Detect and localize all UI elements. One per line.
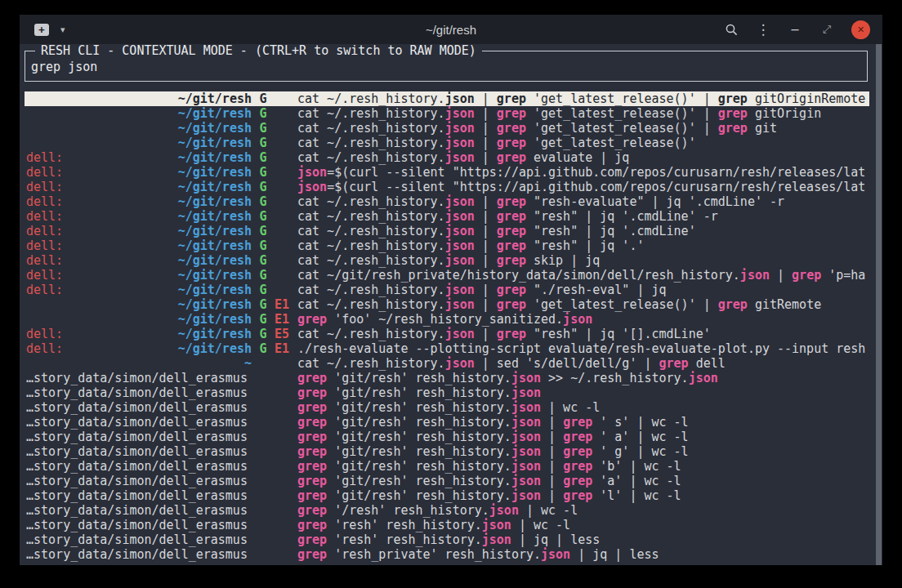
history-row[interactable]: …story_data/simon/dell_erasmusgrep 'resh…: [25, 532, 869, 547]
row-directory: ~/git/resh: [100, 121, 252, 136]
history-row[interactable]: dell:~/git/reshGcat ~/.resh_history.json…: [25, 253, 869, 268]
row-command: grep 'git/resh' resh_history.json | grep…: [297, 444, 869, 459]
history-row[interactable]: dell:~/git/reshGcat ~/.resh_history.json…: [25, 194, 869, 209]
row-flag-git: [252, 488, 275, 503]
row-directory: …story_data/simon/dell_erasmus: [26, 518, 252, 532]
history-row[interactable]: dell:~/git/reshGE5cat ~/.resh_history.js…: [25, 327, 869, 341]
row-flag-git: [252, 385, 275, 400]
history-row[interactable]: ~/git/reshGcat ~/.resh_history.json | gr…: [25, 121, 869, 136]
row-host: dell:: [26, 224, 100, 238]
history-row[interactable]: …story_data/simon/dell_erasmusgrep 'resh…: [25, 518, 869, 532]
close-button[interactable]: ✕: [851, 20, 870, 39]
row-directory: ~/git/resh: [100, 165, 252, 180]
history-row[interactable]: ~/git/reshGE1cat ~/.resh_history.json | …: [25, 297, 869, 312]
row-command: cat ~/.resh_history.json | grep skip | j…: [297, 253, 869, 268]
row-flag-exit: [275, 150, 297, 165]
history-row[interactable]: dell:~/git/reshGcat ~/git/resh_private/h…: [25, 268, 869, 283]
row-command: grep 'git/resh' resh_history.json | grep…: [297, 430, 869, 444]
history-row[interactable]: …story_data/simon/dell_erasmusgrep 'git/…: [25, 400, 869, 415]
new-tab-button[interactable]: +: [34, 24, 49, 36]
resh-mode-title: RESH CLI - CONTEXTUAL MODE - (CTRL+R to …: [35, 44, 482, 59]
row-flag-exit: [275, 356, 297, 371]
row-flag-git: G: [252, 327, 275, 341]
row-flag-git: [252, 532, 275, 547]
history-row[interactable]: …story_data/simon/dell_erasmusgrep 'git/…: [25, 459, 869, 474]
row-command: cat ~/.resh_history.json | grep 'get_lat…: [297, 106, 869, 121]
row-directory: ~/git/resh: [100, 224, 252, 238]
row-flag-exit: [275, 136, 297, 150]
history-row[interactable]: dell:~/git/reshGcat ~/.resh_history.json…: [25, 283, 869, 297]
row-flag-git: G: [252, 165, 275, 180]
history-row[interactable]: …story_data/simon/dell_erasmusgrep 'git/…: [25, 430, 869, 444]
minimize-button[interactable]: –: [788, 22, 802, 37]
row-flag-git: G: [252, 312, 275, 327]
history-row[interactable]: ~cat ~/.resh_history.json | sed 's/dell/…: [25, 356, 869, 371]
row-flag-git: G: [252, 297, 275, 312]
row-flag-exit: [275, 224, 297, 238]
row-flag-exit: [275, 238, 297, 253]
row-flag-exit: [275, 121, 297, 136]
row-directory: ~/git/resh: [100, 209, 252, 224]
history-row[interactable]: dell:~/git/reshGjson=$(curl --silent "ht…: [25, 180, 869, 194]
row-flag-git: G: [252, 194, 275, 209]
history-row[interactable]: …story_data/simon/dell_erasmusgrep 'resh…: [25, 547, 869, 562]
row-host: dell:: [26, 327, 100, 341]
history-row[interactable]: …story_data/simon/dell_erasmusgrep 'git/…: [25, 488, 869, 503]
history-row[interactable]: …story_data/simon/dell_erasmusgrep '/res…: [25, 503, 869, 518]
row-flag-git: G: [252, 341, 275, 356]
history-row[interactable]: dell:~/git/reshGE1./resh-evaluate --plot…: [25, 341, 869, 356]
row-directory: ~/git/resh: [100, 238, 252, 253]
restore-icon: ⤢: [823, 23, 831, 36]
row-host: dell:: [26, 283, 100, 297]
row-command: grep 'git/resh' resh_history.json >> ~/.…: [297, 371, 869, 385]
history-row[interactable]: dell:~/git/reshGcat ~/.resh_history.json…: [25, 150, 869, 165]
row-flag-git: G: [252, 121, 275, 136]
row-directory: …story_data/simon/dell_erasmus: [26, 474, 252, 488]
history-row[interactable]: dell:~/git/reshGcat ~/.resh_history.json…: [25, 209, 869, 224]
search-button[interactable]: [724, 22, 739, 37]
restore-button[interactable]: ⤢: [819, 22, 834, 37]
row-flag-git: G: [252, 150, 275, 165]
history-row[interactable]: …story_data/simon/dell_erasmusgrep 'git/…: [25, 371, 869, 385]
row-command: cat ~/.resh_history.json | sed 's/dell/d…: [297, 356, 869, 371]
history-row[interactable]: ~/git/reshGcat ~/.resh_history.json | gr…: [25, 136, 869, 150]
history-row[interactable]: ~/git/reshGE1grep 'foo' ~/resh_history_s…: [25, 312, 869, 327]
row-flag-exit: [275, 194, 297, 209]
row-command: grep 'git/resh' resh_history.json | grep…: [297, 474, 869, 488]
row-flag-exit: E1: [275, 341, 297, 356]
history-row[interactable]: …story_data/simon/dell_erasmusgrep 'git/…: [25, 385, 869, 400]
row-directory: ~/git/resh: [100, 106, 252, 121]
history-row[interactable]: dell:~/git/reshGcat ~/.resh_history.json…: [25, 224, 869, 238]
row-host: dell:: [26, 341, 100, 356]
history-row[interactable]: …story_data/simon/dell_erasmusgrep 'git/…: [25, 415, 869, 430]
row-command: grep 'resh' resh_history.json | wc -l: [297, 518, 869, 532]
history-row[interactable]: ~/git/reshGcat ~/.resh_history.json | gr…: [25, 106, 869, 121]
history-row[interactable]: …story_data/simon/dell_erasmusgrep 'git/…: [25, 474, 869, 488]
row-flag-git: [252, 503, 275, 518]
row-directory: ~/git/resh: [100, 327, 252, 341]
history-row[interactable]: dell:~/git/reshGjson=$(curl --silent "ht…: [25, 165, 869, 180]
row-host: [26, 121, 100, 136]
row-host: [26, 136, 100, 150]
row-directory: ~/git/resh: [100, 150, 252, 165]
row-flag-git: [252, 430, 275, 444]
history-row[interactable]: ~/git/reshGcat ~/.resh_history.json | gr…: [25, 91, 869, 106]
row-command: cat ~/.resh_history.json | grep "resh" |…: [297, 224, 869, 238]
history-row[interactable]: …story_data/simon/dell_erasmusgrep 'git/…: [25, 444, 869, 459]
row-command: cat ~/.resh_history.json | grep 'get_lat…: [297, 91, 869, 106]
row-directory: ~/git/resh: [100, 194, 252, 209]
row-flag-git: [252, 356, 275, 371]
row-command: cat ~/.resh_history.json | grep 'get_lat…: [297, 297, 869, 312]
row-command: cat ~/.resh_history.json | grep "resh" |…: [297, 209, 869, 224]
chevron-down-icon[interactable]: ▾: [60, 24, 65, 35]
row-flag-git: G: [252, 224, 275, 238]
row-directory: …story_data/simon/dell_erasmus: [26, 459, 252, 474]
row-flag-exit: [275, 459, 297, 474]
history-row[interactable]: dell:~/git/reshGcat ~/.resh_history.json…: [25, 238, 869, 253]
row-command: cat ~/.resh_history.json | grep "./resh-…: [297, 283, 869, 297]
scrollbar[interactable]: [876, 44, 882, 565]
row-host: dell:: [26, 238, 100, 253]
row-flag-git: G: [252, 91, 275, 106]
menu-button[interactable]: ⋮: [756, 22, 770, 37]
row-directory: …story_data/simon/dell_erasmus: [26, 444, 252, 459]
